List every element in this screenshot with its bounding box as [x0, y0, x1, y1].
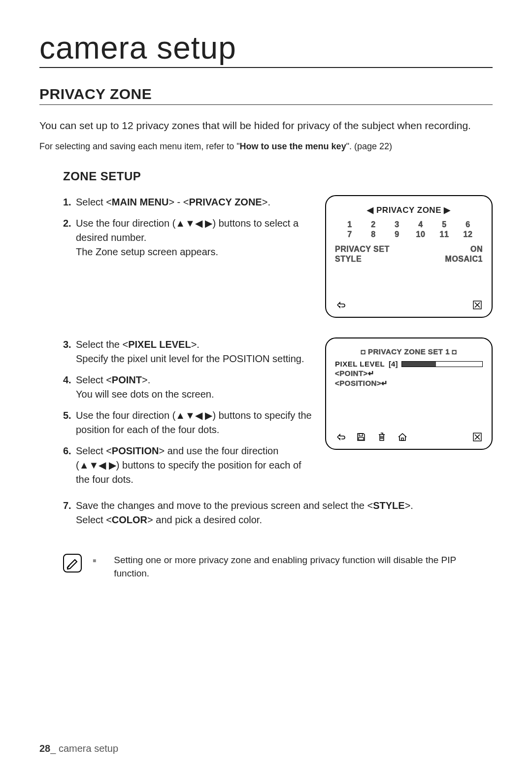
step-6: 6. Select <POSITION> and use the four di… [63, 444, 315, 487]
page-footer: 28_ camera setup [39, 743, 118, 754]
t: >. [262, 197, 270, 207]
osd-value: MOSAIC1 [445, 255, 483, 264]
zone-num: 10 [409, 230, 432, 239]
direction-arrows: ▲▼◀ ▶ [175, 218, 212, 229]
t: Select < [76, 514, 112, 525]
step-number: 6. [63, 444, 76, 487]
refnote-pre: For selecting and saving each menu item,… [39, 141, 240, 151]
step-3: 3. Select the <PIXEL LEVEL>. Specify the… [63, 337, 315, 366]
home-icon [397, 432, 408, 442]
osd-privacy-zone: ◀ PRIVACY ZONE ▶ 1 2 3 4 5 6 7 8 9 10 11… [325, 195, 493, 318]
step-number: 7. [63, 499, 76, 527]
direction-arrows: ▲▼◀ ▶ [175, 410, 212, 421]
zone-num: 7 [338, 230, 362, 239]
zone-num: 4 [409, 220, 432, 229]
direction-arrows: ▲▼◀ ▶ [79, 460, 116, 471]
steps-list-a: 1. Select <MAIN MENU> - <PRIVACY ZONE>. … [63, 195, 315, 266]
page-title: camera setup [39, 30, 493, 68]
zone-num: 12 [456, 230, 480, 239]
subsection-title: ZONE SETUP [63, 169, 493, 183]
osd-privacy-zone-set: ◘ PRIVACY ZONE SET 1 ◘ PIXEL LEVEL [4] <… [325, 337, 493, 450]
t: Save the changes and move to the previou… [76, 500, 373, 511]
t: The Zone setup screen appears. [76, 246, 218, 257]
note-block: ■ Setting one or more privacy zone and e… [63, 554, 493, 580]
steps-list-b: 3. Select the <PIXEL LEVEL>. Specify the… [63, 337, 315, 494]
osd-label: STYLE [335, 255, 362, 264]
zone-number-grid: 1 2 3 4 5 6 7 8 9 10 11 12 [338, 220, 480, 239]
step-number: 3. [63, 337, 76, 366]
footer-label: _ camera setup [50, 743, 118, 754]
t: > - < [168, 197, 189, 207]
refnote-bold: How to use the menu key [240, 141, 346, 151]
svg-rect-2 [359, 437, 364, 440]
step-5: 5. Use the four direction (▲▼◀ ▶) button… [63, 408, 315, 437]
step-number: 2. [63, 216, 76, 259]
osd-label: PRIVACY SET [335, 245, 390, 254]
zone-num: 5 [432, 220, 456, 229]
t: Select < [76, 445, 112, 456]
t: Select < [76, 374, 112, 385]
zone-num: 8 [362, 230, 385, 239]
t: > and pick a desired color. [147, 514, 262, 525]
t: You will see dots on the screen. [76, 389, 214, 400]
osd-title: ◘ PRIVACY ZONE SET 1 ◘ [335, 347, 483, 356]
osd-value: ON [470, 245, 483, 254]
save-icon [356, 432, 366, 442]
pixel-level-value: [4] [389, 360, 398, 368]
t: >. [405, 500, 413, 511]
reference-note: For selecting and saving each menu item,… [39, 141, 493, 152]
steps-list-c: 7. Save the changes and move to the prev… [63, 499, 493, 534]
content-block-3: 7. Save the changes and move to the prev… [63, 499, 493, 534]
section-title: PRIVACY ZONE [39, 86, 493, 105]
t: Use the four direction ( [76, 218, 175, 229]
t: POINT [112, 374, 142, 385]
t: Select < [76, 197, 112, 207]
close-icon [472, 300, 483, 310]
zone-num: 2 [362, 220, 385, 229]
step-number: 1. [63, 195, 76, 209]
zone-num: 6 [456, 220, 480, 229]
content-block-1: 1. Select <MAIN MENU> - <PRIVACY ZONE>. … [63, 195, 493, 318]
step-1: 1. Select <MAIN MENU> - <PRIVACY ZONE>. [63, 195, 315, 209]
step-number: 5. [63, 408, 76, 437]
intro-text: You can set up to 12 privacy zones that … [39, 119, 493, 133]
t: Use the four direction ( [76, 410, 175, 421]
t: COLOR [112, 514, 147, 525]
t: PIXEL LEVEL [128, 339, 191, 350]
pixel-level-bar [401, 361, 483, 367]
step-4: 4. Select <POINT>. You will see dots on … [63, 373, 315, 402]
t: Select the < [76, 339, 128, 350]
zone-num: 3 [385, 220, 409, 229]
step-number: 4. [63, 373, 76, 402]
refnote-post: ". (page 22) [346, 141, 392, 151]
note-text: Setting one or more privacy zone and ena… [114, 554, 493, 580]
content-block-2: 3. Select the <PIXEL LEVEL>. Specify the… [63, 337, 493, 494]
osd-point-line: <POINT>↵ [335, 369, 483, 378]
page-number: 28 [39, 743, 50, 754]
t: MAIN MENU [112, 197, 169, 207]
t: Specify the pixel unit level for the POS… [76, 353, 304, 364]
t: STYLE [373, 500, 404, 511]
zone-num: 9 [385, 230, 409, 239]
zone-num: 11 [432, 230, 456, 239]
t: >. [142, 374, 150, 385]
zone-num: 1 [338, 220, 362, 229]
close-icon [472, 432, 483, 442]
return-icon [335, 432, 346, 442]
osd-title: ◀ PRIVACY ZONE ▶ [335, 205, 483, 215]
step-2: 2. Use the four direction (▲▼◀ ▶) button… [63, 216, 315, 259]
t: POSITION [112, 445, 159, 456]
trash-icon [376, 432, 387, 442]
bullet-icon: ■ [93, 557, 96, 565]
pixel-level-label: PIXEL LEVEL [335, 360, 385, 368]
t: PRIVACY ZONE [189, 197, 262, 207]
step-7: 7. Save the changes and move to the prev… [63, 499, 493, 527]
osd-position-line: <POSITION>↵ [335, 379, 483, 388]
note-icon [63, 554, 82, 572]
return-icon [335, 300, 346, 310]
t: >. [191, 339, 200, 350]
